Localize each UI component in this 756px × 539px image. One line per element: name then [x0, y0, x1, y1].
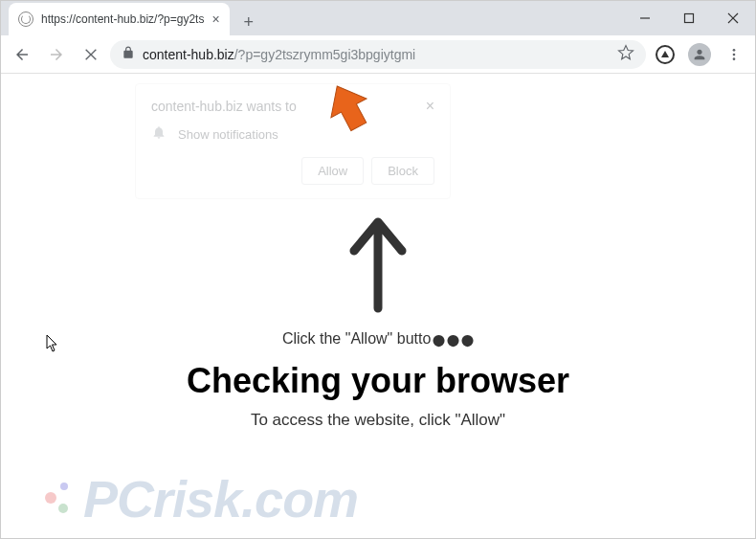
tab-title: https://content-hub.biz/?p=gy2ts — [41, 12, 204, 26]
page-main: Click the "Allow" butto●●● Checking your… — [1, 217, 755, 430]
star-icon[interactable] — [617, 44, 634, 64]
profile-button[interactable] — [684, 39, 715, 70]
browser-window: https://content-hub.biz/?p=gy2ts × + — [0, 0, 756, 539]
close-icon — [727, 12, 739, 24]
up-arrow-graphic — [345, 217, 411, 317]
toolbar: content-hub.biz/?p=gy2tszrymm5gi3bpgiytg… — [1, 35, 755, 74]
allow-button[interactable]: Allow — [301, 157, 364, 185]
maximize-icon — [683, 12, 695, 24]
menu-button[interactable] — [719, 39, 749, 70]
window-maximize-button[interactable] — [667, 3, 711, 34]
arrow-left-icon — [13, 46, 31, 63]
kebab-icon — [726, 47, 742, 62]
url-text: content-hub.biz/?p=gy2tszrymm5gi3bpgiytg… — [143, 47, 610, 62]
url-domain: content-hub.biz — [143, 47, 234, 62]
back-button[interactable] — [7, 39, 37, 70]
svg-point-8 — [733, 57, 736, 60]
annotation-arrow — [324, 81, 372, 138]
watermark: PCrisk.com — [39, 469, 358, 528]
address-bar[interactable]: content-hub.biz/?p=gy2tszrymm5gi3bpgiytg… — [110, 40, 646, 69]
arrow-right-icon — [48, 46, 65, 63]
avatar-icon — [688, 43, 711, 66]
page-subtext: To access the website, click "Allow" — [1, 411, 755, 430]
forward-button[interactable] — [41, 39, 72, 70]
block-button[interactable]: Block — [371, 157, 434, 185]
lock-icon — [122, 46, 135, 62]
notification-body: Show notifications — [178, 127, 278, 142]
extension-icon — [656, 45, 675, 64]
url-path: /?p=gy2tszrymm5gi3bpgiytgmi — [234, 47, 415, 62]
notification-origin: content-hub.biz wants to — [151, 99, 297, 114]
tab-close-icon[interactable]: × — [211, 11, 219, 27]
svg-point-7 — [733, 53, 736, 56]
svg-point-6 — [733, 49, 736, 52]
window-minimize-button[interactable] — [623, 3, 667, 34]
notification-close-icon[interactable]: × — [426, 98, 434, 115]
svg-rect-1 — [685, 14, 694, 23]
stop-button[interactable] — [76, 39, 106, 70]
x-icon — [83, 47, 99, 62]
plus-icon: + — [243, 12, 254, 33]
tab-strip: https://content-hub.biz/?p=gy2ts × + — [1, 1, 755, 35]
window-close-button[interactable] — [711, 3, 755, 34]
watermark-text: PCrisk.com — [83, 469, 358, 528]
notification-prompt: content-hub.biz wants to × Show notifica… — [135, 83, 451, 199]
page-content: content-hub.biz wants to × Show notifica… — [1, 74, 755, 538]
new-tab-button[interactable]: + — [235, 9, 262, 35]
watermark-logo-icon — [39, 473, 91, 525]
tab-loading-icon — [18, 11, 33, 27]
minimize-icon — [639, 12, 651, 24]
click-allow-text: Click the "Allow" butto●●● — [1, 325, 755, 355]
extension-button[interactable] — [650, 39, 680, 70]
page-heading: Checking your browser — [1, 361, 755, 401]
browser-tab[interactable]: https://content-hub.biz/?p=gy2ts × — [9, 3, 230, 35]
animated-dots: ●●● — [431, 325, 474, 354]
bell-icon — [151, 124, 167, 144]
